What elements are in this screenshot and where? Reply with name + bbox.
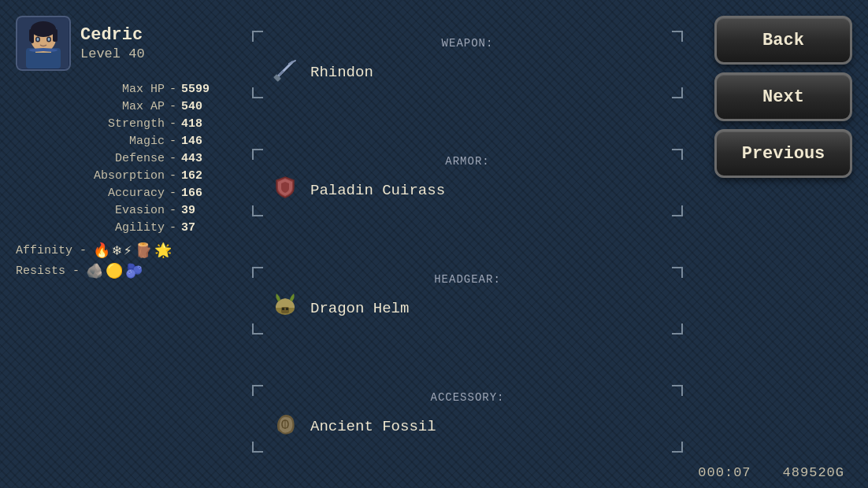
svg-rect-7 (31, 32, 34, 43)
weapon-label: WEAPON: (263, 37, 672, 50)
stat-label-maxap: Max AP (16, 100, 165, 113)
armor-item: Paladin Cuirass (263, 171, 672, 210)
corner-tr (672, 385, 683, 396)
headgear-section: HEADGEAR: Drago (252, 267, 683, 335)
stat-label-accuracy: Accuracy (16, 187, 165, 200)
corner-br (672, 442, 683, 453)
svg-rect-18 (282, 308, 284, 310)
stat-label-agility: Agility (16, 221, 165, 235)
affinity-icon-wood: 🪵 (135, 242, 152, 259)
svg-rect-19 (286, 308, 288, 310)
stat-row-maxhp: Max HP - 5599 (16, 82, 221, 97)
armor-section: ARMOR: Paladin Cuirass (252, 149, 683, 216)
previous-button[interactable]: Previous (714, 129, 852, 178)
weapon-item: Rhindon (263, 53, 672, 92)
corner-bl (252, 87, 263, 98)
resist-icon-blue: 🫐 (125, 262, 143, 279)
next-button[interactable]: Next (714, 72, 852, 121)
stat-row-defense: Defense - 443 (16, 151, 221, 166)
headgear-item: Dragon Helm (263, 289, 672, 328)
svg-line-14 (280, 72, 283, 75)
stat-label-defense: Defense (16, 152, 165, 165)
headgear-label: HEADGEAR: (263, 273, 672, 286)
headgear-name: Dragon Helm (310, 300, 409, 317)
corner-tr (672, 31, 683, 42)
stat-row-maxap: Max AP - 540 (16, 99, 221, 114)
armor-label: ARMOR: (263, 155, 672, 168)
stat-value-evasion: 39 (181, 204, 221, 217)
status-gold: 489520G (783, 465, 844, 480)
headgear-icon (271, 292, 299, 325)
character-name: Cedric (80, 25, 145, 45)
resist-icon-rock: 🪨 (86, 262, 103, 279)
weapon-section: WEAPON: Rhindon (252, 31, 683, 98)
affinity-label: Affinity - (16, 244, 87, 257)
affinity-icon-ice: ❄️ (113, 242, 121, 259)
stat-row-strength: Strength - 418 (16, 116, 221, 131)
stat-label-strength: Strength (16, 117, 165, 131)
affinity-icon-light: 🌟 (154, 242, 172, 259)
corner-tl (252, 31, 263, 42)
stat-value-accuracy: 166 (181, 187, 221, 200)
back-button[interactable]: Back (714, 16, 852, 65)
stat-value-maxhp: 5599 (181, 83, 221, 96)
accessory-icon (271, 410, 299, 443)
stat-row-magic: Magic - 146 (16, 134, 221, 149)
accessory-label: ACCESSORY: (263, 391, 672, 404)
character-info: Cedric Level 40 (80, 25, 145, 61)
corner-tr (672, 267, 683, 278)
stat-value-magic: 146 (181, 135, 221, 148)
weapon-icon (271, 56, 299, 89)
corner-br (672, 323, 683, 335)
corner-tl (252, 267, 263, 278)
corner-tr (672, 149, 683, 160)
accessory-name: Ancient Fossil (310, 418, 436, 435)
character-header: Cedric Level 40 (16, 16, 221, 71)
resist-icon-gold: 🟡 (106, 262, 123, 279)
stat-label-absorption: Absorption (16, 169, 165, 183)
stat-row-evasion: Evasion - 39 (16, 203, 221, 218)
stat-value-maxap: 540 (181, 100, 221, 113)
svg-point-4 (31, 21, 56, 37)
corner-bl (252, 442, 263, 453)
svg-point-11 (48, 38, 50, 41)
affinity-icon-lightning: ⚡ (124, 242, 132, 259)
affinity-icons: 🔥 ❄️ ⚡ 🪵 🌟 (93, 242, 172, 259)
corner-br (672, 205, 683, 216)
corner-bl (252, 205, 263, 216)
stats-table: Max HP - 5599 Max AP - 540 Strength - 41… (16, 82, 221, 235)
avatar (16, 16, 71, 71)
corner-br (672, 87, 683, 98)
corner-tl (252, 385, 263, 396)
stat-label-magic: Magic (16, 135, 165, 148)
corner-bl (252, 323, 263, 335)
stat-value-absorption: 162 (181, 169, 221, 183)
stat-value-strength: 418 (181, 117, 221, 131)
stat-row-agility: Agility - 37 (16, 220, 221, 235)
status-bar: 000:07 489520G (0, 457, 868, 488)
corner-tl (252, 149, 263, 160)
equipment-panel: WEAPON: Rhindon ARMOR: (236, 0, 699, 488)
stat-row-accuracy: Accuracy - 166 (16, 186, 221, 201)
resists-label: Resists - (16, 264, 80, 278)
armor-name: Paladin Cuirass (310, 182, 445, 199)
accessory-section: ACCESSORY: Ancient Fossil (252, 385, 683, 453)
resists-icons: 🪨 🟡 🫐 (86, 262, 143, 279)
stat-label-maxhp: Max HP (16, 83, 165, 96)
character-level: Level 40 (80, 46, 145, 61)
stat-value-agility: 37 (181, 221, 221, 235)
button-panel: Back Next Previous (699, 0, 868, 488)
weapon-name: Rhindon (310, 64, 373, 81)
affinity-row: Affinity - 🔥 ❄️ ⚡ 🪵 🌟 (16, 242, 221, 259)
stat-row-absorption: Absorption - 162 (16, 168, 221, 183)
character-panel: Cedric Level 40 Max HP - 5599 Max AP - 5… (0, 0, 236, 488)
stat-label-evasion: Evasion (16, 204, 165, 217)
resists-row: Resists - 🪨 🟡 🫐 (16, 262, 221, 279)
accessory-item: Ancient Fossil (263, 407, 672, 446)
svg-point-10 (37, 38, 39, 41)
stat-value-defense: 443 (181, 152, 221, 165)
svg-line-12 (276, 62, 292, 78)
svg-rect-6 (53, 29, 57, 42)
status-time: 000:07 (698, 465, 751, 480)
armor-icon (271, 174, 299, 207)
